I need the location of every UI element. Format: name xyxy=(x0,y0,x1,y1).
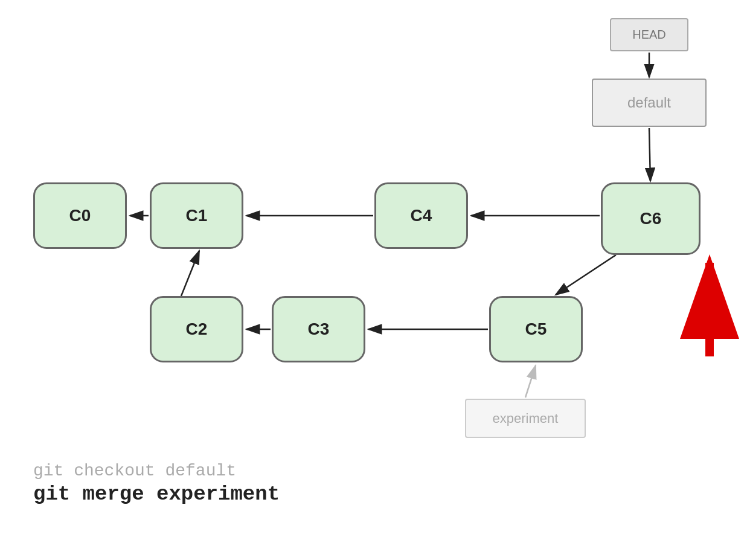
svg-line-8 xyxy=(556,255,616,295)
command-line2: git merge experiment xyxy=(33,483,280,506)
commit-c2: C2 xyxy=(150,296,243,362)
commit-c4: C4 xyxy=(374,182,468,249)
svg-line-11 xyxy=(649,128,650,181)
default-label: default xyxy=(592,79,707,127)
svg-line-12 xyxy=(525,365,536,397)
head-label: HEAD xyxy=(610,18,688,51)
commit-c0: C0 xyxy=(33,182,127,249)
bottom-text: git checkout default git merge experimen… xyxy=(33,462,280,506)
commit-c5: C5 xyxy=(489,296,583,362)
svg-line-9 xyxy=(181,251,199,296)
commit-c1: C1 xyxy=(150,182,243,249)
commit-c3: C3 xyxy=(272,296,365,362)
experiment-label: experiment xyxy=(465,399,586,438)
diagram-container: C0 C1 C2 C3 C4 C5 C6 HEAD default experi… xyxy=(0,0,747,560)
command-line1: git checkout default xyxy=(33,462,280,480)
commit-c6: C6 xyxy=(601,182,701,255)
